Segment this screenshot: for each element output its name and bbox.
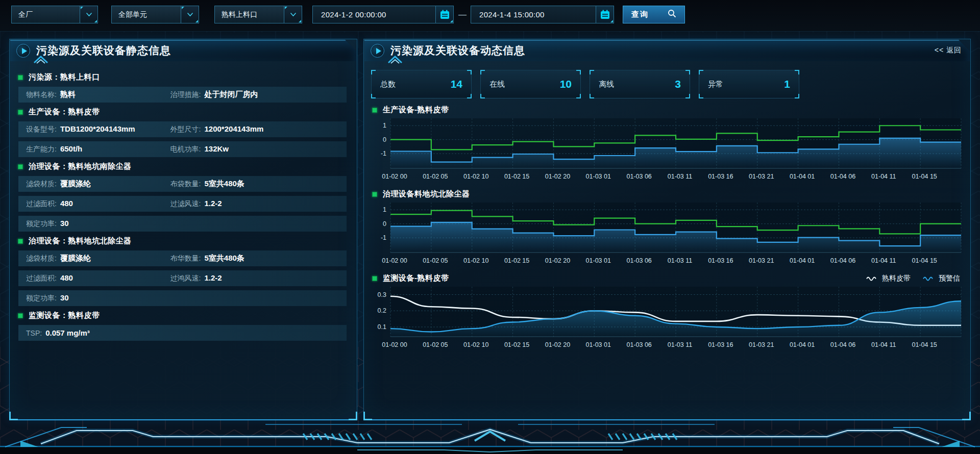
info-cell: TSP:0.057 mg/m³ xyxy=(26,329,170,337)
source-select[interactable]: 熟料上料口 xyxy=(214,6,302,23)
svg-text:0: 0 xyxy=(383,136,386,143)
calendar-icon[interactable] xyxy=(435,6,453,23)
chevron-down-icon[interactable] xyxy=(284,6,302,23)
svg-text:0: 0 xyxy=(383,220,386,228)
start-datetime-field[interactable]: 2024-1-2 00:00:00 xyxy=(312,6,454,23)
wave-line-icon xyxy=(866,275,878,281)
unit-select[interactable]: 全部单元 xyxy=(111,6,199,23)
green-bullet-icon xyxy=(18,313,23,318)
svg-text:-1: -1 xyxy=(381,234,386,241)
dashboard-root: 全厂 全部单元 熟料上料口 2024-1-2 00:00:00 xyxy=(0,0,980,454)
info-cell: 过滤面积:480 xyxy=(26,199,170,209)
svg-text:01-02 20: 01-02 20 xyxy=(545,257,570,264)
chevron-down-icon[interactable] xyxy=(181,6,199,23)
plant-select[interactable]: 全厂 xyxy=(11,6,98,23)
svg-text:01-04 06: 01-04 06 xyxy=(830,257,855,264)
charts-area: 生产设备-熟料皮带 10-101-02 0001-02 0501-02 1001… xyxy=(371,105,963,351)
info-cell: 外型尺寸:1200*204143mm xyxy=(170,124,315,134)
stat-abnormal: 异常 1 xyxy=(699,70,799,98)
stat-online-value: 10 xyxy=(560,78,572,90)
svg-text:01-02 05: 01-02 05 xyxy=(423,173,448,180)
svg-text:01-03 21: 01-03 21 xyxy=(749,173,774,180)
chart-monitor-device: 监测设备-熟料皮带 熟料皮带 预警信 0.30.20.101- xyxy=(371,273,963,351)
stat-offline-value: 3 xyxy=(675,78,681,90)
svg-text:01-04 11: 01-04 11 xyxy=(871,341,896,348)
svg-text:01-03 06: 01-03 06 xyxy=(626,173,651,180)
svg-text:01-03 11: 01-03 11 xyxy=(668,257,692,264)
play-icon xyxy=(371,44,384,58)
play-icon xyxy=(16,44,30,58)
svg-text:01-03 21: 01-03 21 xyxy=(749,257,774,264)
svg-text:0.3: 0.3 xyxy=(378,291,386,298)
info-cell: 布袋数量:5室共480条 xyxy=(170,179,315,189)
info-row: 设备型号:TDB1200*204143mm外型尺寸:1200*204143mm xyxy=(18,121,347,137)
svg-text:01-03 16: 01-03 16 xyxy=(708,173,733,180)
stat-online: 在线 10 xyxy=(480,70,581,98)
info-row: 生产能力:650t/h电机功率:132Kw xyxy=(18,141,347,157)
svg-text:01-02 20: 01-02 20 xyxy=(545,173,570,180)
green-bullet-icon xyxy=(18,239,23,244)
legend-item-material-belt[interactable]: 熟料皮带 xyxy=(866,274,911,283)
svg-text:01-02 05: 01-02 05 xyxy=(423,257,448,264)
green-bullet-icon xyxy=(372,108,377,113)
info-cell: 布华数量:5室共480条 xyxy=(170,254,315,263)
svg-text:01-02 05: 01-02 05 xyxy=(423,341,448,348)
svg-text:1: 1 xyxy=(383,206,386,213)
svg-text:01-02 15: 01-02 15 xyxy=(504,257,529,264)
unit-select-value: 全部单元 xyxy=(112,10,181,19)
info-cell: 额定功率:30 xyxy=(26,219,170,229)
chevron-decoration xyxy=(33,56,48,64)
static-info-panel: 污染源及关联设备静态信息 污染源：熟料上料口物料名称:熟料治理措施:处于封闭厂房… xyxy=(9,39,357,420)
step-chart-treatment: 10-101-02 0001-02 0501-02 1001-02 1501-0… xyxy=(371,201,963,267)
dynamic-info-panel: 污染源及关联设备动态信息 << 返回 总数 14 在线 10 离线 3 xyxy=(363,39,971,420)
green-bullet-icon xyxy=(18,164,23,169)
start-datetime-value: 2024-1-2 00:00:00 xyxy=(313,10,435,19)
info-cell: 过鸿风速:1.2-2 xyxy=(170,273,315,283)
svg-text:01-02 15: 01-02 15 xyxy=(504,173,529,180)
filter-toolbar: 全厂 全部单元 熟料上料口 2024-1-2 00:00:00 xyxy=(0,0,980,32)
stat-abnormal-label: 异常 xyxy=(708,80,723,89)
svg-text:01-04 15: 01-04 15 xyxy=(912,257,937,264)
info-row: 过滤面积:480过滤风速:1.2-2 xyxy=(18,196,347,212)
svg-text:01-02 00: 01-02 00 xyxy=(382,341,407,348)
svg-text:01-04 01: 01-04 01 xyxy=(790,173,815,180)
svg-text:-1: -1 xyxy=(381,150,386,157)
chevron-decoration xyxy=(387,56,403,64)
chevron-down-icon[interactable] xyxy=(80,6,97,23)
svg-text:01-02 15: 01-02 15 xyxy=(504,341,529,348)
calendar-icon[interactable] xyxy=(596,6,614,23)
stat-offline-label: 离线 xyxy=(599,80,614,89)
info-cell: 生产能力:650t/h xyxy=(26,144,170,154)
svg-text:01-03 11: 01-03 11 xyxy=(668,341,692,348)
svg-text:01-02 00: 01-02 00 xyxy=(382,257,407,264)
info-row: 滤袋材质:覆膜涤纶布袋数量:5室共480条 xyxy=(18,176,347,192)
section-header: 污染源：熟料上料口 xyxy=(18,72,350,82)
static-info-panel-title: 污染源及关联设备静态信息 xyxy=(36,43,171,58)
info-row: 物料名称:熟料治理措施:处于封闭厂房内 xyxy=(18,87,347,103)
search-button[interactable]: 查询 xyxy=(623,6,685,23)
stat-total-label: 总数 xyxy=(380,80,396,89)
stat-online-label: 在线 xyxy=(489,80,505,89)
svg-text:01-03 16: 01-03 16 xyxy=(708,341,733,348)
section-header: 治理设备：熟料地坑南除尘器 xyxy=(18,162,350,171)
static-info-panel-header: 污染源及关联设备静态信息 xyxy=(10,40,356,61)
back-button[interactable]: << 返回 xyxy=(935,46,962,55)
stat-abnormal-value: 1 xyxy=(784,78,790,90)
info-row: TSP:0.057 mg/m³ xyxy=(18,325,347,341)
green-bullet-icon xyxy=(18,110,23,115)
static-info-sections: 污染源：熟料上料口物料名称:熟料治理措施:处于封闭厂房内生产设备：熟料皮带设备型… xyxy=(10,62,357,341)
dynamic-info-panel-header: 污染源及关联设备动态信息 << 返回 xyxy=(364,40,970,61)
svg-text:01-03 11: 01-03 11 xyxy=(668,173,692,180)
info-cell: 设备型号:TDB1200*204143mm xyxy=(26,124,170,134)
source-select-value: 熟料上料口 xyxy=(215,10,284,19)
svg-text:01-04 06: 01-04 06 xyxy=(830,173,855,180)
svg-text:1: 1 xyxy=(383,122,386,129)
svg-text:01-02 10: 01-02 10 xyxy=(463,341,488,348)
plant-select-value: 全厂 xyxy=(12,10,80,19)
end-datetime-field[interactable]: 2024-1-4 15:00:00 xyxy=(471,6,614,23)
info-cell: 物料名称:熟料 xyxy=(26,90,170,99)
green-bullet-icon xyxy=(18,75,23,80)
search-button-label: 查询 xyxy=(631,10,649,19)
svg-text:01-04 11: 01-04 11 xyxy=(871,173,896,180)
legend-item-warning[interactable]: 预警信 xyxy=(923,274,960,283)
